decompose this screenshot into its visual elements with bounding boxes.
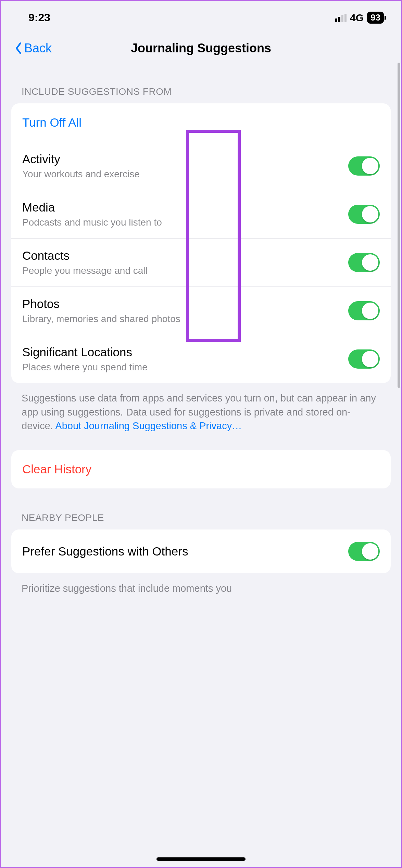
toggle-significant-locations[interactable] xyxy=(348,349,380,369)
back-label: Back xyxy=(24,41,52,55)
row-title: Media xyxy=(22,201,162,214)
toggle-photos[interactable] xyxy=(348,301,380,320)
section-header-include: INCLUDE SUGGESTIONS FROM xyxy=(1,69,401,103)
row-activity: Activity Your workouts and exercise xyxy=(11,142,391,190)
row-sub: People you message and call xyxy=(22,265,148,276)
row-title: Photos xyxy=(22,297,180,311)
back-button[interactable]: Back xyxy=(15,41,52,55)
include-suggestions-group: Turn Off All Activity Your workouts and … xyxy=(11,103,391,383)
chevron-left-icon xyxy=(15,42,22,55)
nav-header: Back Journaling Suggestions xyxy=(1,31,401,69)
section-header-nearby: NEARBY PEOPLE xyxy=(1,488,401,529)
row-prefer-suggestions: Prefer Suggestions with Others xyxy=(11,529,391,573)
scroll-indicator[interactable] xyxy=(398,63,400,388)
row-sub: Podcasts and music you listen to xyxy=(22,217,162,228)
row-sub: Your workouts and exercise xyxy=(22,169,140,180)
page-title: Journaling Suggestions xyxy=(131,41,271,55)
row-sub: Library, memories and shared photos xyxy=(22,314,180,324)
network-label: 4G xyxy=(350,12,364,24)
status-bar: 9:23 4G 93 xyxy=(1,1,401,31)
section2-footer: Prioritize suggestions that include mome… xyxy=(1,573,401,599)
nearby-people-group: Prefer Suggestions with Others xyxy=(11,529,391,573)
signal-icon xyxy=(335,14,347,22)
row-title: Prefer Suggestions with Others xyxy=(22,545,188,558)
row-title: Activity xyxy=(22,152,140,166)
clear-history-button[interactable]: Clear History xyxy=(11,450,391,488)
clear-history-label: Clear History xyxy=(22,462,91,476)
toggle-prefer-suggestions[interactable] xyxy=(348,542,380,561)
status-right: 4G 93 xyxy=(335,12,384,24)
section1-footer: Suggestions use data from apps and servi… xyxy=(1,383,401,436)
toggle-activity[interactable] xyxy=(348,156,380,176)
row-title: Contacts xyxy=(22,249,148,263)
status-time: 9:23 xyxy=(28,11,50,24)
turn-off-all-label: Turn Off All xyxy=(22,116,81,129)
row-contacts: Contacts People you message and call xyxy=(11,238,391,286)
privacy-link[interactable]: About Journaling Suggestions & Privacy… xyxy=(55,420,242,431)
battery-indicator: 93 xyxy=(367,12,384,24)
home-indicator[interactable] xyxy=(156,857,246,861)
toggle-contacts[interactable] xyxy=(348,253,380,272)
row-significant-locations: Significant Locations Places where you s… xyxy=(11,335,391,383)
row-media: Media Podcasts and music you listen to xyxy=(11,190,391,238)
row-title: Significant Locations xyxy=(22,345,148,359)
clear-history-group: Clear History xyxy=(11,450,391,488)
toggle-media[interactable] xyxy=(348,205,380,224)
row-photos: Photos Library, memories and shared phot… xyxy=(11,286,391,335)
turn-off-all-button[interactable]: Turn Off All xyxy=(11,103,391,142)
row-sub: Places where you spend time xyxy=(22,362,148,373)
